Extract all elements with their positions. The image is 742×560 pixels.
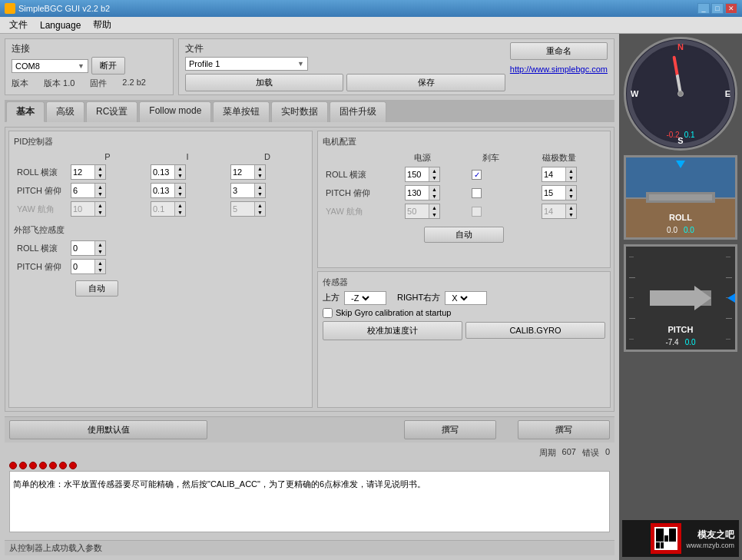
tab-realtime[interactable]: 实时数据 bbox=[271, 101, 328, 122]
motor-roll-brake[interactable] bbox=[472, 170, 482, 180]
skip-gyro-checkbox[interactable] bbox=[323, 308, 333, 318]
file-inner: 文件 Profile 1 ▼ 加载 保存 bbox=[185, 42, 505, 91]
led-3 bbox=[29, 462, 37, 469]
sensor-top-select[interactable]: -Z bbox=[344, 291, 386, 305]
watermark-text: 模友之吧 www.mzyb.com bbox=[686, 529, 734, 549]
menu-help[interactable]: 帮助 bbox=[87, 17, 118, 33]
motor-yaw-poles[interactable]: ▲▼ bbox=[542, 204, 577, 219]
compass-widget: N S E W -0.2 0.1 bbox=[624, 37, 737, 151]
right-sections: 电机配置 电源 刹车 磁极数量 bbox=[317, 131, 611, 408]
rename-button[interactable]: 重命名 bbox=[510, 42, 608, 60]
write-button-1[interactable]: 撰写 bbox=[404, 420, 496, 439]
ext-row-pitch: PITCH 俯仰 ▲▼ bbox=[14, 257, 307, 276]
minimize-button[interactable]: _ bbox=[697, 3, 710, 14]
rename-area: 重命名 http://www.simplebgc.com bbox=[510, 42, 608, 74]
skip-gyro-label: Skip Gyro calibration at startup bbox=[336, 308, 451, 317]
maximize-button[interactable]: □ bbox=[711, 3, 724, 14]
pid-pitch-d[interactable]: ▲▼ bbox=[230, 183, 266, 198]
pid-pitch-p[interactable]: ▲▼ bbox=[71, 183, 106, 198]
tab-follow-mode[interactable]: Follow mode bbox=[139, 101, 211, 122]
motor-yaw-power[interactable]: ▲▼ bbox=[405, 204, 440, 219]
window-controls: _ □ ✕ bbox=[697, 3, 737, 14]
motor-table: 电源 刹车 磁极数量 ROLL 横滚 ▲▼ ▲▼ bbox=[323, 151, 605, 220]
window-title: SimpleBGC GUI v2.2 b2 bbox=[18, 4, 110, 13]
compass-values: -0.2 0.1 bbox=[666, 131, 694, 139]
tab-menu-btn[interactable]: 菜单按钮 bbox=[213, 101, 270, 122]
ext-control-section: 外部飞控感度 ROLL 横滚 ▲▼ PITCH 俯仰 ▲▼ bbox=[14, 224, 307, 297]
motor-roll-poles[interactable]: ▲▼ bbox=[542, 167, 577, 182]
motor-auto-button[interactable]: 自动 bbox=[424, 227, 504, 243]
left-panel: 连接 COM8 ▼ 断开 版本 版本 1.0 固件 2.2 b2 bbox=[0, 34, 619, 560]
tab-basic[interactable]: 基本 bbox=[6, 101, 45, 122]
pid-roll-p[interactable]: ▲▼ bbox=[71, 164, 106, 180]
motor-pitch-power[interactable]: ▲▼ bbox=[405, 185, 440, 200]
motor-header-poles: 磁极数量 bbox=[513, 151, 605, 165]
com-port-select[interactable]: COM8 ▼ bbox=[12, 59, 88, 73]
roll-bar bbox=[646, 192, 715, 203]
sensor-right-select[interactable]: X bbox=[445, 291, 487, 305]
led-7 bbox=[69, 462, 77, 469]
menu-file[interactable]: 文件 bbox=[3, 17, 34, 33]
tabs-bar: 基本 高级 RC设置 Follow mode 菜单按钮 实时数据 固件升级 bbox=[5, 100, 614, 122]
close-button[interactable]: ✕ bbox=[725, 3, 737, 14]
compass-east: E bbox=[725, 89, 730, 98]
compass-west: W bbox=[631, 89, 638, 98]
motor-row-roll: ROLL 横滚 ▲▼ ▲▼ bbox=[323, 165, 605, 184]
main-content: 连接 COM8 ▼ 断开 版本 版本 1.0 固件 2.2 b2 bbox=[0, 34, 742, 560]
menu-bar: 文件 Language 帮助 bbox=[0, 17, 742, 34]
tab-firmware[interactable]: 固件升级 bbox=[330, 101, 386, 122]
connect-label: 连接 bbox=[12, 42, 167, 55]
pid-pitch-i[interactable]: ▲▼ bbox=[151, 183, 186, 198]
pid-yaw-label: YAW 航角 bbox=[14, 200, 68, 218]
default-button[interactable]: 使用默认值 bbox=[9, 420, 207, 439]
pid-row-roll: ROLL 横滚 ▲▼ ▲▼ ▲▼ bbox=[14, 163, 307, 181]
load-button[interactable]: 加载 bbox=[185, 74, 343, 91]
pid-pitch-label: PITCH 俯仰 bbox=[14, 181, 68, 200]
roll-widget: ROLL 0.0 0.0 bbox=[624, 155, 737, 240]
pid-roll-i[interactable]: ▲▼ bbox=[151, 164, 186, 180]
skip-gyro-row: Skip Gyro calibration at startup bbox=[323, 308, 605, 318]
save-button[interactable]: 保存 bbox=[346, 74, 505, 91]
ext-roll-value[interactable]: ▲▼ bbox=[71, 240, 106, 256]
file-group: 文件 Profile 1 ▼ 加载 保存 重命名 http://www.simp bbox=[178, 38, 614, 95]
pid-yaw-d[interactable]: ▲▼ bbox=[230, 201, 266, 217]
pid-roll-d[interactable]: ▲▼ bbox=[230, 164, 266, 180]
ext-pitch-label: PITCH 俯仰 bbox=[14, 257, 68, 276]
disconnect-button[interactable]: 断开 bbox=[91, 57, 125, 75]
motor-yaw-brake[interactable] bbox=[472, 207, 482, 217]
pid-header-p: P bbox=[68, 151, 147, 163]
pitch-ticks-left bbox=[629, 247, 635, 350]
tab-advanced[interactable]: 高级 bbox=[46, 101, 84, 122]
website-link[interactable]: http://www.simplebgc.com bbox=[510, 65, 608, 74]
led-6 bbox=[59, 462, 67, 469]
motor-row-yaw: YAW 航角 ▲▼ ▲▼ bbox=[323, 202, 605, 220]
sensor-top-label: 上方 bbox=[323, 292, 340, 303]
led-row bbox=[5, 460, 614, 471]
motor-header-brake: 刹车 bbox=[469, 151, 513, 165]
error-label: 错误 bbox=[582, 447, 599, 459]
ext-pitch-value[interactable]: ▲▼ bbox=[71, 259, 106, 274]
tab-content: PID控制器 P I D ROLL 横滚 bbox=[5, 127, 614, 412]
motor-pitch-poles[interactable]: ▲▼ bbox=[542, 185, 577, 200]
write-button-2[interactable]: 撰写 bbox=[518, 420, 610, 439]
menu-language[interactable]: Language bbox=[34, 18, 87, 32]
watermark: 模友之吧 www.mzyb.com bbox=[622, 520, 739, 557]
pid-yaw-p[interactable]: ▲▼ bbox=[71, 201, 106, 217]
profile-select[interactable]: Profile 1 ▼ bbox=[185, 57, 308, 71]
pitch-val2: 0.0 bbox=[685, 338, 696, 346]
roll-label: ROLL bbox=[669, 213, 692, 222]
motor-pitch-brake[interactable] bbox=[472, 188, 482, 198]
motor-roll-power[interactable]: ▲▼ bbox=[405, 167, 440, 182]
calib-gyro-button[interactable]: CALIB.GYRO bbox=[465, 322, 605, 339]
file-label: 文件 bbox=[185, 42, 505, 55]
bottom-buttons: 使用默认值 撰写 撰写 bbox=[5, 416, 614, 442]
ext-auto-button[interactable]: 自动 bbox=[75, 280, 118, 297]
motor-roll-label: ROLL 横滚 bbox=[323, 165, 376, 184]
calib-acc-button[interactable]: 校准加速度计 bbox=[323, 321, 462, 340]
tab-rc[interactable]: RC设置 bbox=[86, 101, 137, 122]
status-text: 从控制器上成功载入参数 bbox=[9, 543, 102, 552]
ext-roll-label: ROLL 横滚 bbox=[14, 239, 68, 257]
pid-header-d: D bbox=[227, 151, 307, 163]
pitch-val1: -7.4 bbox=[665, 338, 678, 346]
pid-yaw-i[interactable]: ▲▼ bbox=[151, 201, 186, 217]
